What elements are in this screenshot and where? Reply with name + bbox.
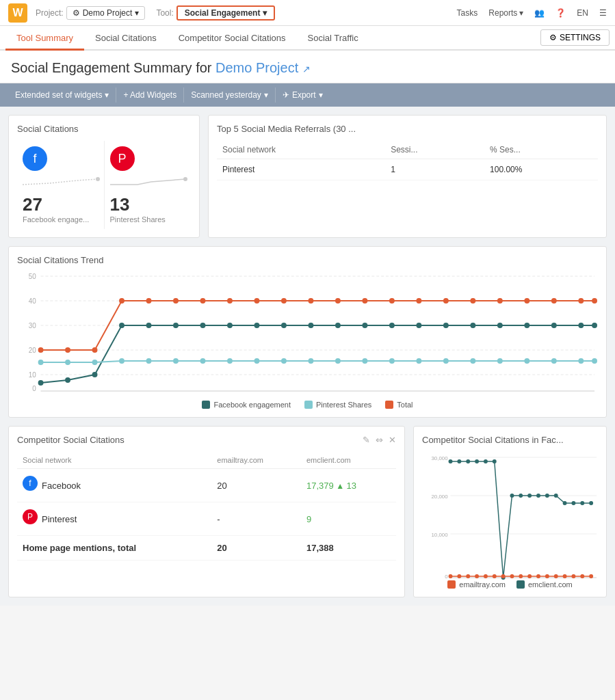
help-icon[interactable]: ❓	[555, 8, 566, 18]
col-emailtray: emailtray.com	[211, 452, 301, 469]
facebook-label: Facebook engage...	[23, 215, 99, 224]
svg-point-20	[200, 298, 206, 304]
competitor-chart-svg: 30,000 20,000 10,000 0	[422, 452, 598, 589]
svg-point-42	[200, 323, 206, 328]
svg-point-121	[589, 574, 593, 578]
svg-point-0	[96, 177, 100, 181]
pinterest-icon: P	[110, 146, 135, 171]
referral-percent: 100.00%	[484, 159, 598, 180]
svg-point-1	[183, 177, 187, 181]
legend-color-facebook	[202, 401, 210, 409]
reports-link[interactable]: Reports ▾	[488, 8, 523, 18]
svg-point-21	[227, 298, 233, 304]
svg-point-60	[92, 360, 98, 365]
svg-point-34	[578, 298, 584, 304]
tab-competitor-social-citations[interactable]: Competitor Social Citations	[168, 26, 297, 51]
svg-point-37	[65, 377, 70, 383]
add-widgets-btn[interactable]: + Add Widgets	[116, 88, 184, 103]
svg-point-69	[335, 358, 341, 364]
svg-point-110	[493, 574, 497, 578]
table-row: P Pinterest - 9	[17, 502, 396, 536]
svg-text:40: 40	[29, 297, 36, 305]
svg-text:20,000: 20,000	[431, 494, 448, 500]
social-citations-title: Social Citations	[17, 124, 191, 134]
svg-point-108	[475, 574, 479, 578]
network-cell: P Pinterest	[17, 502, 211, 536]
project-selector[interactable]: ⚙ Demo Project ▾	[66, 6, 146, 20]
extended-widgets-btn[interactable]: Extended set of widgets ▾	[8, 88, 116, 103]
svg-point-39	[119, 323, 125, 328]
pinterest-social-item: P 13 Pinterest Shares	[105, 141, 192, 229]
total-cell: Home page mentions, total	[17, 536, 211, 561]
svg-point-116	[545, 574, 549, 578]
legend-color-pinterest	[304, 401, 313, 409]
svg-point-55	[551, 323, 557, 328]
facebook-icon: f	[23, 146, 47, 171]
tab-social-citations[interactable]: Social Citations	[84, 26, 168, 51]
tool-label: Tool:	[156, 8, 173, 18]
tabs-bar: Tool Summary Social Citations Competitor…	[0, 26, 615, 51]
logo-icon: W	[8, 3, 27, 23]
lang-selector[interactable]: EN	[577, 8, 588, 18]
svg-point-95	[510, 494, 514, 498]
chevron-down-icon: ▾	[135, 8, 139, 18]
svg-point-24	[308, 298, 313, 304]
svg-point-74	[470, 358, 475, 364]
trend-widget: Social Citations Trend 50 40 30 20 10 0	[8, 246, 607, 418]
svg-point-101	[563, 501, 567, 505]
scanned-btn[interactable]: Scanned yesterday ▾	[184, 88, 276, 103]
svg-point-46	[308, 323, 313, 328]
legend-item-pinterest: Pinterest Shares	[304, 401, 371, 409]
svg-point-52	[470, 323, 475, 328]
external-link-icon: ↗	[302, 64, 311, 75]
svg-text:0: 0	[445, 574, 448, 580]
svg-point-97	[527, 494, 532, 498]
top-nav: W Project: ⚙ Demo Project ▾ Tool: Social…	[0, 0, 615, 26]
svg-point-48	[362, 323, 367, 328]
export-btn[interactable]: ✈ Export ▾	[276, 88, 330, 103]
svg-point-115	[536, 574, 540, 578]
svg-point-66	[254, 358, 260, 364]
val2-cell: 9	[301, 502, 396, 536]
svg-point-99	[545, 494, 549, 498]
facebook-social-item: f 27 Facebook engage...	[17, 141, 105, 229]
settings-button[interactable]: ⚙ SETTINGS	[540, 29, 610, 46]
svg-point-59	[65, 360, 70, 365]
tab-tool-summary[interactable]: Tool Summary	[5, 26, 84, 51]
svg-point-30	[470, 298, 475, 304]
referrals-col-sessions: Sessi...	[385, 141, 484, 159]
users-icon[interactable]: 👥	[534, 8, 545, 18]
table-row: Pinterest 1 100.00%	[217, 159, 598, 180]
svg-point-57	[592, 323, 597, 328]
close-icon[interactable]: ✕	[389, 435, 396, 445]
svg-point-98	[536, 494, 540, 498]
svg-point-100	[554, 494, 558, 498]
svg-point-92	[484, 459, 488, 463]
project-title-link[interactable]: Demo Project	[215, 60, 298, 75]
svg-point-93	[493, 459, 497, 463]
svg-point-29	[443, 298, 449, 304]
svg-point-62	[146, 358, 152, 364]
chevron-down-icon: ▾	[105, 90, 109, 100]
svg-point-50	[416, 323, 421, 328]
svg-point-114	[527, 574, 532, 578]
expand-icon[interactable]: ⇔	[376, 435, 383, 445]
svg-point-105	[449, 574, 453, 578]
edit-icon[interactable]: ✎	[363, 435, 370, 445]
svg-point-23	[281, 298, 287, 304]
col-network: Social network	[17, 452, 211, 469]
svg-point-22	[254, 298, 260, 304]
svg-point-91	[475, 459, 479, 463]
competitor-chart-widget: Competitor Social Citations in Fac... 30…	[413, 426, 607, 597]
legend-item-facebook: Facebook engagement	[202, 401, 291, 409]
referral-sessions: 1	[385, 159, 484, 180]
tool-selector[interactable]: Social Engagement ▾	[176, 5, 276, 21]
chevron-down-icon: ▾	[263, 8, 267, 18]
svg-point-113	[519, 574, 523, 578]
bottom-row: Competitor Social Citations ✎ ⇔ ✕ Social…	[8, 426, 607, 597]
tasks-link[interactable]: Tasks	[457, 8, 478, 18]
menu-icon[interactable]: ☰	[599, 8, 607, 18]
tab-social-traffic[interactable]: Social Traffic	[296, 26, 369, 51]
svg-point-106	[457, 574, 461, 578]
val2-cell: 17,379 ▲ 13	[301, 469, 396, 502]
